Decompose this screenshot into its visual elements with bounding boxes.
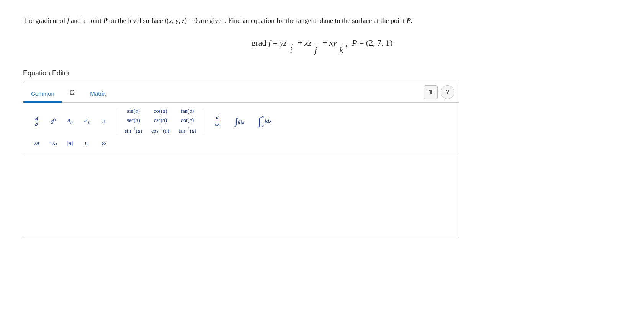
- def-integral-button[interactable]: ∫ b a fdx: [255, 114, 275, 128]
- subsup-button[interactable]: acb: [80, 116, 94, 126]
- cos-button[interactable]: cos(a): [150, 107, 171, 116]
- symbol-toolbar-row2: √a n√a |a| ∪ ∞: [29, 137, 453, 150]
- tab-common[interactable]: Common: [23, 86, 62, 103]
- editor-container: Common Ω Matrix 🗑 ? a b: [23, 82, 459, 238]
- integral-button[interactable]: ∫fdx: [232, 115, 247, 127]
- arcsin-button[interactable]: sin−1(a): [123, 125, 144, 135]
- tab-matrix[interactable]: Matrix: [82, 86, 113, 103]
- sin-button[interactable]: sin(a): [123, 107, 144, 116]
- calc-group: d dx ∫fdx ∫ b a fdx: [210, 113, 275, 129]
- problem-text: The gradient of f and a point P on the l…: [23, 15, 559, 26]
- pi-button[interactable]: π: [97, 116, 111, 126]
- tab-omega[interactable]: Ω: [62, 84, 82, 103]
- divider-2: [204, 110, 204, 133]
- tan-button[interactable]: tan(a): [177, 107, 198, 116]
- cot-button[interactable]: cot(a): [177, 116, 198, 125]
- union-button[interactable]: ∪: [80, 138, 94, 148]
- abs-button[interactable]: |a|: [63, 139, 77, 148]
- problem-container: The gradient of f and a point P on the l…: [23, 15, 621, 54]
- csc-button[interactable]: csc(a): [150, 116, 171, 125]
- inf-button[interactable]: ∞: [97, 138, 111, 148]
- nthroot-button[interactable]: n√a: [46, 139, 60, 148]
- sqrt-button[interactable]: √a: [29, 138, 43, 148]
- arctan-button[interactable]: tan−1(a): [177, 125, 198, 135]
- equation-editor-section: Equation Editor Common Ω Matrix 🗑 ? a: [23, 69, 621, 238]
- tab-bar: Common Ω Matrix: [23, 82, 113, 102]
- subscript-button[interactable]: ab: [63, 116, 77, 126]
- arccos-button[interactable]: cos−1(a): [150, 125, 171, 135]
- symbol-toolbar: a b db ab acb π: [29, 106, 453, 137]
- formula-display: grad f = yz → i + xz → j + xy → k , P = …: [23, 38, 621, 54]
- equation-editor-label: Equation Editor: [23, 69, 621, 77]
- fraction-button[interactable]: a b: [29, 114, 43, 129]
- basic-symbols-group-row2: √a n√a |a| ∪ ∞: [29, 138, 111, 148]
- toolbar-actions: 🗑 ?: [419, 82, 459, 102]
- power-button[interactable]: db: [46, 116, 60, 126]
- editor-input-area[interactable]: [23, 153, 459, 238]
- derivative-button[interactable]: d dx: [210, 113, 224, 129]
- delete-button[interactable]: 🗑: [424, 85, 438, 99]
- editor-toolbar: Common Ω Matrix 🗑 ?: [23, 82, 459, 103]
- divider-1: [117, 110, 117, 133]
- trig-group: sin(a) cos(a) tan(a) sec(a) csc(a) cot(a…: [123, 107, 198, 135]
- help-button[interactable]: ?: [441, 85, 454, 99]
- sec-button[interactable]: sec(a): [123, 116, 144, 125]
- basic-symbols-group: a b db ab acb π: [29, 114, 111, 129]
